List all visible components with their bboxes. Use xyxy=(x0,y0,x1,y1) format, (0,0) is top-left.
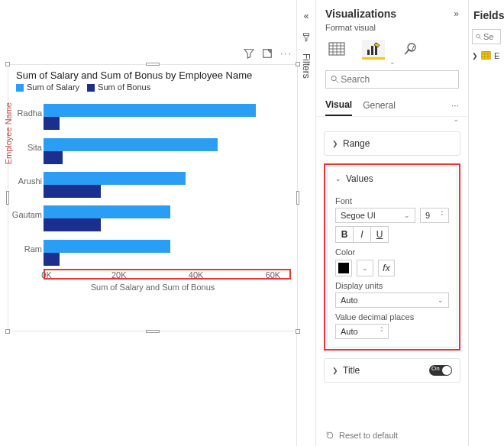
bar-salary[interactable] xyxy=(44,172,186,185)
title-toggle[interactable]: On xyxy=(429,365,452,376)
svg-point-6 xyxy=(408,44,415,51)
bar-bonus[interactable] xyxy=(44,117,60,130)
chart-row: Sita xyxy=(44,137,292,164)
bold-button[interactable]: B xyxy=(335,226,354,243)
visual-container[interactable]: ··· Sum of Salary and Sum of Bonus by Em… xyxy=(8,64,298,331)
chevron-down-icon: ⌄ xyxy=(335,175,341,183)
search-icon xyxy=(476,33,482,41)
filters-label: Filters xyxy=(301,53,312,79)
chevron-right-icon: ❯ xyxy=(472,52,478,60)
fields-search-input[interactable] xyxy=(482,31,497,42)
analytics-tab[interactable] xyxy=(399,40,422,60)
color-dropdown[interactable]: ⌄ xyxy=(357,260,373,276)
svg-rect-4 xyxy=(371,46,373,55)
font-label: Font xyxy=(335,196,449,205)
card-values: ⌄Values Font Segoe UI⌄ 9˄˅ B I U Color xyxy=(327,166,457,347)
card-range[interactable]: ❯Range xyxy=(324,131,460,156)
svg-rect-0 xyxy=(263,50,272,58)
highlight-box: ⌄Values Font Segoe UI⌄ 9˄˅ B I U Color xyxy=(324,163,460,351)
card-title[interactable]: ❯Title On xyxy=(324,358,460,383)
bar-salary[interactable] xyxy=(44,138,218,151)
font-size-input[interactable]: 9˄˅ xyxy=(420,208,449,223)
collapse-icon[interactable]: » xyxy=(454,8,459,19)
color-fx-button[interactable]: fx xyxy=(378,260,395,276)
filter-icon[interactable] xyxy=(244,48,254,59)
expand-icon[interactable]: « xyxy=(304,11,309,21)
fields-search-box[interactable] xyxy=(472,29,501,44)
bar-salary[interactable] xyxy=(44,240,170,253)
bar-bonus[interactable] xyxy=(44,218,101,231)
format-visual-tab[interactable] xyxy=(362,40,385,60)
reset-to-default[interactable]: Reset to default xyxy=(316,425,468,446)
x-axis-ticks: 0K 20K 40K 60K xyxy=(44,269,291,280)
more-options-icon[interactable]: ··· xyxy=(280,48,292,59)
chevron-down-icon: ⌄ xyxy=(438,296,444,304)
search-icon xyxy=(331,75,339,84)
svg-rect-9 xyxy=(482,52,490,60)
decimal-places-input[interactable]: Auto˄˅ xyxy=(335,324,389,339)
format-search-box[interactable] xyxy=(325,70,459,89)
report-canvas[interactable]: ··· Sum of Salary and Sum of Bonus by Em… xyxy=(0,0,296,446)
resize-handle[interactable] xyxy=(146,330,160,333)
font-family-select[interactable]: Segoe UI⌄ xyxy=(335,208,415,223)
fields-pane: Fields ❯ E xyxy=(469,0,504,446)
decimal-places-label: Value decimal places xyxy=(335,312,449,322)
category-label: Gautam xyxy=(11,210,42,219)
bar-bonus[interactable] xyxy=(44,253,60,266)
chart-row: Radha xyxy=(44,102,292,130)
italic-button[interactable]: I xyxy=(353,226,371,243)
x-axis-label: Sum of Salary and Sum of Bonus xyxy=(8,283,297,292)
format-search-input[interactable] xyxy=(339,73,454,86)
bar-salary[interactable] xyxy=(44,205,170,218)
spinner-icon: ˄˅ xyxy=(380,328,383,334)
chevron-down-icon: ⌄ xyxy=(362,264,368,272)
bar-bonus[interactable] xyxy=(44,185,101,198)
svg-rect-3 xyxy=(367,50,370,55)
scroll-up-icon[interactable]: ⌃ xyxy=(316,117,468,128)
color-swatch[interactable] xyxy=(335,260,352,276)
resize-handle[interactable] xyxy=(5,62,10,66)
reset-icon xyxy=(325,431,334,440)
tab-indicator-icon: ⌄ xyxy=(316,58,468,66)
chart-legend: Sum of Salary Sum of Bonus xyxy=(8,82,297,96)
color-label: Color xyxy=(335,247,449,257)
card-values-header[interactable]: ⌄Values xyxy=(328,167,457,190)
filters-pane-collapsed[interactable]: « Filters xyxy=(296,0,316,446)
chart-title: Sum of Salary and Sum of Bonus by Employ… xyxy=(8,65,297,82)
category-label: Ram xyxy=(11,244,42,254)
bar-salary[interactable] xyxy=(44,104,256,117)
tab-general[interactable]: General xyxy=(363,95,396,115)
resize-handle[interactable] xyxy=(296,62,300,66)
table-item[interactable]: ❯ E xyxy=(472,50,501,60)
chart-row: Gautam xyxy=(44,204,292,231)
bar-bonus[interactable] xyxy=(44,151,63,164)
visualizations-pane: Visualizations » Format visual ⌄ Visual … xyxy=(316,0,469,446)
resize-handle[interactable] xyxy=(5,329,10,334)
resize-handle[interactable] xyxy=(296,329,300,334)
filters-icon[interactable] xyxy=(301,32,312,43)
tabs-more-icon[interactable]: ··· xyxy=(451,100,459,111)
build-visual-tab[interactable] xyxy=(325,40,348,60)
chart-plot-area: Employee Name RadhaSitaArushiGautamRam 0… xyxy=(8,96,297,295)
category-label: Sita xyxy=(11,143,42,152)
display-units-select[interactable]: Auto⌄ xyxy=(335,292,449,308)
chart-row: Ram xyxy=(44,238,292,266)
pane-subtitle: Format visual xyxy=(316,23,468,37)
tab-visual[interactable]: Visual xyxy=(325,95,352,116)
svg-point-7 xyxy=(331,76,336,80)
resize-handle[interactable] xyxy=(146,63,160,66)
chevron-down-icon: ⌄ xyxy=(404,212,410,219)
svg-point-8 xyxy=(477,34,480,38)
table-icon xyxy=(481,50,491,60)
spinner-icon: ˄˅ xyxy=(441,212,444,218)
fields-title: Fields xyxy=(473,9,501,21)
display-units-label: Display units xyxy=(335,281,449,290)
chevron-right-icon: ❯ xyxy=(332,367,338,374)
category-label: Radha xyxy=(11,108,42,118)
chevron-right-icon: ❯ xyxy=(332,140,338,147)
focus-mode-icon[interactable] xyxy=(262,48,273,59)
pane-title: Visualizations xyxy=(325,8,396,20)
chart-row: Arushi xyxy=(44,170,292,198)
category-label: Arushi xyxy=(11,176,42,186)
underline-button[interactable]: U xyxy=(370,226,389,243)
